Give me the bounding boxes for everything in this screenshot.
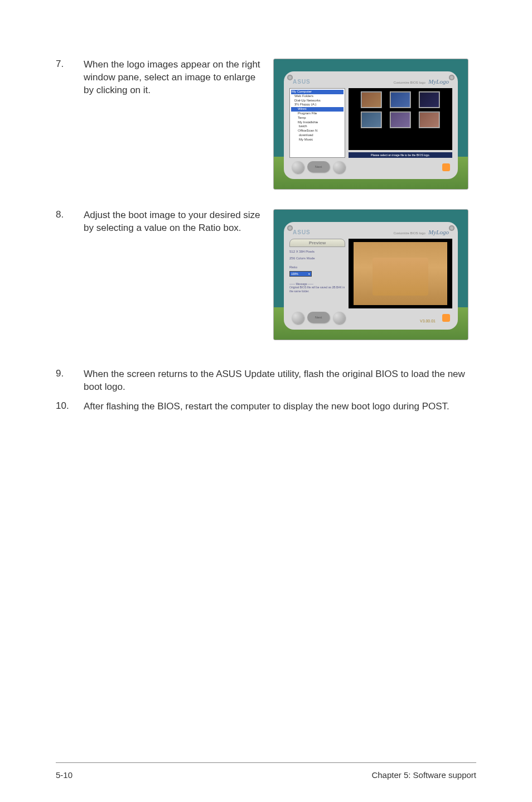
- version-label: V3.00.01: [420, 319, 436, 323]
- tree-item[interactable]: Program File: [291, 112, 344, 116]
- thumbnail[interactable]: [361, 91, 382, 108]
- preview-image: [354, 242, 447, 305]
- footer-divider: [56, 762, 476, 763]
- preview-settings-panel: Preview 512 X 384 Pixels 256 Colors Mode…: [289, 239, 345, 308]
- folder-tree[interactable]: My Computer Web Folders Dial-Up Networks…: [289, 88, 345, 158]
- step-10-row: 10. After flashing the BIOS, restart the…: [56, 400, 476, 413]
- step-8-text: Adjust the boot image to your desired si…: [84, 209, 268, 235]
- tree-item[interactable]: download: [291, 133, 344, 138]
- tree-item[interactable]: My Music: [291, 138, 344, 142]
- asus-brand-label: ASUS: [293, 229, 311, 235]
- customize-label: Customize BIOS logo: [393, 81, 425, 84]
- tree-item[interactable]: Dial-Up Networks: [291, 99, 344, 103]
- page-content: 7. When the logo images appear on the ri…: [0, 0, 532, 413]
- customize-label: Customize BIOS logo: [393, 231, 425, 235]
- tree-item[interactable]: batch: [291, 124, 344, 129]
- step-10-text: After flashing the BIOS, restart the com…: [84, 400, 476, 413]
- step-7-row: 7. When the logo images appear on the ri…: [56, 59, 476, 190]
- ratio-label: Ratio: [289, 265, 345, 269]
- preview-tab: Preview: [289, 239, 345, 247]
- next-button[interactable]: Next: [307, 161, 330, 172]
- asus-brand-label: ASUS: [293, 79, 311, 85]
- pixels-label: 512 X 384 Pixels: [289, 249, 345, 254]
- step-10-number: 10.: [56, 400, 84, 413]
- back-button[interactable]: [292, 161, 304, 173]
- colors-label: 256 Colors Mode: [289, 256, 345, 260]
- tree-item[interactable]: Temp: [291, 116, 344, 120]
- mylogo-label: MyLogo: [428, 78, 449, 85]
- ratio-value: 100%: [291, 272, 298, 276]
- cancel-button[interactable]: [333, 312, 345, 324]
- thumbnail[interactable]: [361, 112, 382, 128]
- cancel-button[interactable]: [333, 161, 345, 173]
- screenshot-ratio: ASUS Customize BIOS logo MyLogo Preview …: [273, 209, 468, 340]
- page-number: 5-10: [56, 770, 72, 780]
- back-button[interactable]: [292, 312, 304, 324]
- step-7-number: 7.: [56, 59, 84, 97]
- page-footer: 5-10 Chapter 5: Software support: [56, 770, 476, 780]
- mylogo-label: MyLogo: [428, 229, 449, 235]
- step-8-number: 8.: [56, 209, 84, 235]
- preview-image-area: [349, 239, 452, 308]
- thumbnail[interactable]: [390, 91, 411, 108]
- tree-root[interactable]: My Computer: [291, 90, 344, 94]
- thumbnail-grid: [349, 88, 452, 150]
- chapter-label: Chapter 5: Software support: [371, 770, 476, 780]
- thumbnail[interactable]: [419, 91, 440, 108]
- step-8-row: 8. Adjust the boot image to your desired…: [56, 209, 476, 340]
- message-text: Original BIOS file will be saved as 2B.B…: [289, 286, 345, 293]
- tree-item[interactable]: 3½ Floppy (A:): [291, 103, 344, 107]
- step-9-row: 9. When the screen returns to the ASUS U…: [56, 368, 476, 394]
- chevron-down-icon: ▾: [308, 272, 310, 276]
- step-7-text: When the logo images appear on the right…: [84, 59, 268, 97]
- ratio-dropdown[interactable]: 100% ▾: [289, 271, 312, 277]
- tree-item[interactable]: Web Folders: [291, 94, 344, 99]
- thumbnail[interactable]: [419, 112, 440, 128]
- status-bar: Please select an image file to be the BI…: [349, 152, 452, 158]
- asus-logo-icon: [442, 314, 450, 322]
- asus-logo-icon: [442, 163, 450, 171]
- step-9-number: 9.: [56, 368, 84, 394]
- tree-item[interactable]: Winnt: [291, 107, 344, 112]
- next-button[interactable]: Next: [307, 312, 330, 323]
- step-9-text: When the screen returns to the ASUS Upda…: [84, 368, 476, 394]
- tree-item[interactable]: My Installshie: [291, 120, 344, 125]
- screenshot-select-image: ASUS Customize BIOS logo MyLogo My Compu…: [273, 59, 468, 190]
- thumbnail[interactable]: [390, 112, 411, 128]
- tree-item[interactable]: OfficeScan N: [291, 129, 344, 133]
